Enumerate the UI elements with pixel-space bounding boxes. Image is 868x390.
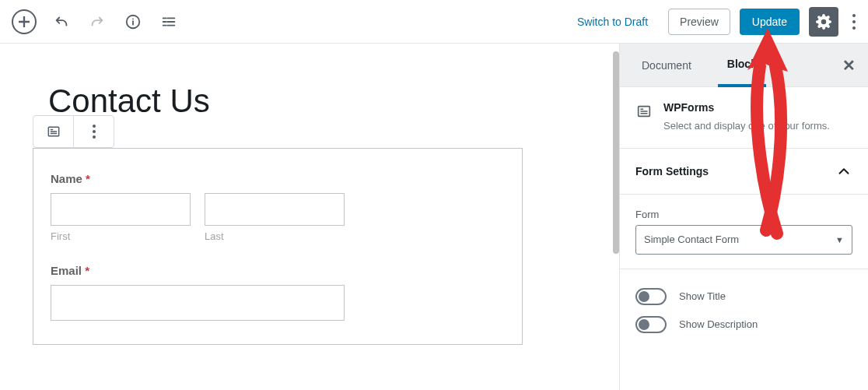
name-field-label: Name *	[51, 172, 505, 185]
tab-block[interactable]: Block	[718, 44, 766, 87]
form-select-label: Form	[635, 209, 852, 220]
block-info-section: WPForms Select and display one of your f…	[620, 87, 868, 149]
chevron-down-icon: ▼	[835, 235, 844, 244]
show-title-label: Show Title	[679, 290, 726, 302]
block-toolbar	[33, 115, 114, 148]
add-block-button[interactable]	[12, 9, 37, 34]
last-name-column: Last	[205, 193, 345, 242]
email-input[interactable]	[51, 285, 345, 321]
first-name-sublabel: First	[51, 230, 191, 242]
undo-button[interactable]	[51, 11, 72, 33]
toolbar-left	[8, 9, 180, 34]
block-more-button[interactable]	[74, 116, 114, 147]
redo-button[interactable]	[86, 11, 108, 33]
more-menu-button[interactable]	[848, 9, 860, 34]
info-icon[interactable]	[122, 11, 144, 33]
form-preview-block[interactable]: Name * First Last Email *	[33, 148, 523, 345]
name-row: First Last	[51, 193, 505, 242]
update-button[interactable]: Update	[740, 9, 800, 35]
preview-button[interactable]: Preview	[668, 9, 730, 35]
form-settings-toggle[interactable]: Form Settings	[635, 163, 852, 180]
first-name-input[interactable]	[51, 193, 191, 226]
toolbar-right: Switch to Draft Preview Update	[577, 7, 860, 37]
block-info-title: WPForms	[663, 101, 830, 114]
chevron-up-icon	[835, 163, 852, 180]
form-select-section: Form Simple Contact Form ▼	[620, 195, 868, 269]
last-name-sublabel: Last	[205, 230, 345, 242]
last-name-input[interactable]	[205, 193, 345, 226]
close-sidebar-button[interactable]: ✕	[842, 56, 856, 75]
switch-to-draft-link[interactable]: Switch to Draft	[577, 16, 648, 28]
toggles-section: Show Title Show Description	[620, 269, 868, 347]
form-select-dropdown[interactable]: Simple Contact Form ▼	[635, 225, 852, 255]
main-area: Contact Us Name * First Last	[0, 44, 868, 390]
page-title[interactable]: Contact Us	[48, 83, 611, 120]
show-title-row: Show Title	[635, 288, 852, 305]
settings-sidebar: Document Block ✕ WPForms Select and disp…	[619, 44, 868, 390]
block-info-description: Select and display one of your forms.	[663, 118, 830, 134]
first-name-column: First	[51, 193, 191, 242]
editor-pane: Contact Us Name * First Last	[0, 44, 619, 390]
show-description-toggle[interactable]	[635, 316, 667, 333]
block-type-icon[interactable]	[33, 116, 74, 147]
form-settings-header-section: Form Settings	[620, 149, 868, 195]
wpforms-icon	[635, 103, 653, 134]
block-navigation-icon[interactable]	[158, 11, 180, 33]
editor-scrollbar[interactable]	[613, 51, 619, 254]
show-title-toggle[interactable]	[635, 288, 667, 305]
show-description-label: Show Description	[679, 318, 758, 330]
settings-gear-button[interactable]	[809, 7, 838, 37]
top-toolbar: Switch to Draft Preview Update	[0, 0, 868, 44]
email-field-label: Email *	[51, 264, 505, 277]
sidebar-tabs: Document Block ✕	[620, 44, 868, 87]
show-description-row: Show Description	[635, 316, 852, 333]
gear-icon	[815, 13, 832, 30]
tab-document[interactable]: Document	[632, 44, 701, 86]
